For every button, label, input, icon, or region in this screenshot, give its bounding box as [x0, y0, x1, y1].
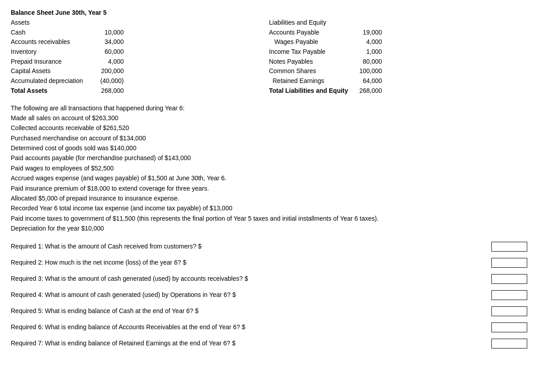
required-3-item: Required 3: What is the amount of cash g… [11, 274, 527, 284]
liab-cs-value: 100,000 [350, 66, 386, 76]
transaction-11: Paid income taxes to government of $11,5… [11, 213, 527, 223]
required-5-item: Required 5: What is ending balance of Ca… [11, 306, 527, 316]
transaction-10: Recorded Year 6 total income tax expense… [11, 203, 527, 213]
liab-re-label: Retained Earnings [269, 76, 350, 86]
transaction-8: Paid insurance premium of $18,000 to ext… [11, 183, 527, 193]
required-2-item: Required 2: How much is the net income (… [11, 258, 527, 268]
asset-ar-label: Accounts receivables [11, 37, 91, 47]
liab-np-label: Notes Payables [269, 57, 350, 67]
asset-ad-label: Accumulated depreciation [11, 76, 91, 86]
required-section: Required 1: What is the amount of Cash r… [11, 242, 527, 348]
required-2-input[interactable] [491, 258, 527, 268]
asset-cash-label: Cash [11, 28, 91, 38]
liab-itp-label: Income Tax Payable [269, 47, 350, 57]
transaction-4: Determined cost of goods sold was $140,0… [11, 143, 527, 153]
required-6-text: Required 6: What is ending balance of Ac… [11, 322, 491, 332]
liab-wp-value: 4,000 [350, 37, 386, 47]
asset-ar-value: 34,000 [91, 37, 127, 47]
required-1-item: Required 1: What is the amount of Cash r… [11, 242, 527, 252]
required-4-text: Required 4: What is amount of cash gener… [11, 290, 491, 300]
liabilities-column: Liabilities and Equity Accounts Payable … [269, 18, 527, 96]
required-4-input[interactable] [491, 290, 527, 300]
liab-cs-label: Common Shares [269, 66, 350, 76]
asset-accum-depreciation: Accumulated depreciation (40,000) [11, 76, 269, 86]
liab-total-value: 268,000 [350, 86, 386, 96]
transaction-9: Allocated $5,000 of prepaid insurance to… [11, 193, 527, 203]
asset-cash-value: 10,000 [91, 28, 127, 38]
transaction-1: Made all sales on account of $263,300 [11, 113, 527, 123]
required-1-input[interactable] [491, 242, 527, 252]
asset-ad-value: (40,000) [91, 76, 127, 86]
required-3-text: Required 3: What is the amount of cash g… [11, 274, 491, 283]
liab-ap-value: 19,000 [350, 28, 386, 38]
liabilities-header: Liabilities and Equity [269, 18, 527, 28]
required-6-input[interactable] [491, 322, 527, 332]
asset-ca-label: Capital Assets [11, 66, 91, 76]
transaction-7: Accrued wages expense (and wages payable… [11, 173, 527, 183]
required-5-input[interactable] [491, 306, 527, 316]
required-1-text: Required 1: What is the amount of Cash r… [11, 242, 491, 251]
transaction-3: Purchased merchandise on account of $134… [11, 133, 527, 143]
required-7-text: Required 7: What is ending balance of Re… [11, 339, 491, 348]
asset-total: Total Assets 268,000 [11, 86, 269, 96]
transaction-6: Paid wages to employees of $52,500 [11, 163, 527, 173]
asset-prepaid-insurance: Prepaid Insurance 4,000 [11, 57, 269, 67]
transaction-2: Collected accounts receivable of $261,52… [11, 123, 527, 133]
liab-re-value: 64,000 [350, 76, 386, 86]
asset-accounts-receivables: Accounts receivables 34,000 [11, 37, 269, 47]
asset-pi-label: Prepaid Insurance [11, 57, 91, 67]
liab-accounts-payable: Accounts Payable 19,000 [269, 28, 527, 38]
transactions-section: The following are all transactions that … [11, 103, 527, 234]
liab-ap-label: Accounts Payable [269, 28, 350, 38]
asset-inv-label: Inventory [11, 47, 91, 57]
liab-total-label: Total Liabilities and Equity [269, 86, 350, 96]
asset-ca-value: 200,000 [91, 66, 127, 76]
liab-common-shares: Common Shares 100,000 [269, 66, 527, 76]
transaction-12: Depreciation for the year $10,000 [11, 223, 527, 233]
liab-wages-payable: Wages Payable 4,000 [269, 37, 527, 47]
required-2-text: Required 2: How much is the net income (… [11, 258, 491, 267]
liab-notes-payables: Notes Payables 80,000 [269, 57, 527, 67]
asset-total-label: Total Assets [11, 86, 91, 96]
asset-cash: Cash 10,000 [11, 28, 269, 38]
liab-np-value: 80,000 [350, 57, 386, 67]
liab-wp-label: Wages Payable [269, 37, 350, 47]
required-7-input[interactable] [491, 339, 527, 348]
asset-inventory: Inventory 60,000 [11, 47, 269, 57]
required-7-item: Required 7: What is ending balance of Re… [11, 339, 527, 348]
transaction-5: Paid accounts payable (for merchandise p… [11, 153, 527, 163]
asset-capital-assets: Capital Assets 200,000 [11, 66, 269, 76]
transactions-header: The following are all transactions that … [11, 103, 527, 113]
required-5-text: Required 5: What is ending balance of Ca… [11, 306, 491, 316]
page-title: Balance Sheet June 30th, Year 5 [11, 9, 527, 16]
asset-total-value: 268,000 [91, 86, 127, 96]
liab-income-tax-payable: Income Tax Payable 1,000 [269, 47, 527, 57]
asset-inv-value: 60,000 [91, 47, 127, 57]
liab-itp-value: 1,000 [350, 47, 386, 57]
assets-column: Assets Cash 10,000 Accounts receivables … [11, 18, 269, 96]
assets-header: Assets [11, 18, 269, 28]
required-6-item: Required 6: What is ending balance of Ac… [11, 322, 527, 332]
required-4-item: Required 4: What is amount of cash gener… [11, 290, 527, 300]
asset-pi-value: 4,000 [91, 57, 127, 67]
liab-total: Total Liabilities and Equity 268,000 [269, 86, 527, 96]
required-3-input[interactable] [491, 274, 527, 284]
liab-retained-earnings: Retained Earnings 64,000 [269, 76, 527, 86]
